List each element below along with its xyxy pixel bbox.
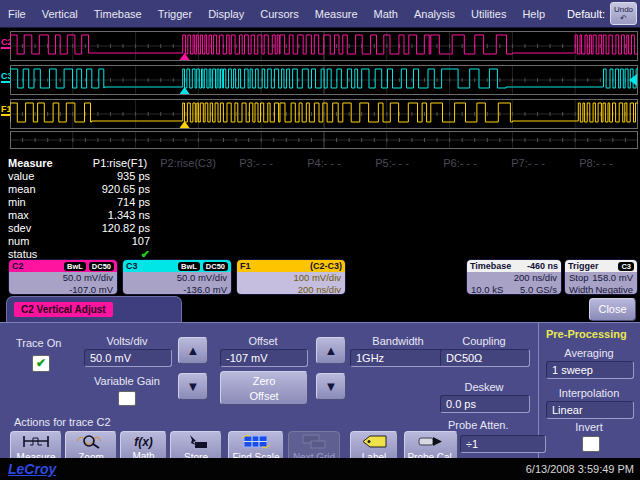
f1-id: F1 [240, 260, 251, 272]
default-label: Default: [567, 8, 605, 20]
row-label: mean [0, 183, 86, 195]
row-value: 935 ps [86, 170, 150, 182]
timebase-samples: 10.0 kS [471, 284, 503, 296]
timebase-label: Timebase [470, 260, 511, 272]
menu-measure[interactable]: Measure [315, 8, 358, 20]
preprocessing-title: Pre-Processing [546, 328, 627, 340]
voltsdiv-up-button[interactable]: ▲ [178, 337, 208, 364]
table-row: value 935 ps [0, 170, 200, 182]
tab-c2-vertical-adjust[interactable]: C2 Vertical Adjust [6, 296, 182, 322]
status-bar: LeCroy 6/13/2008 3:59:49 PM [0, 458, 640, 480]
bandwidth-field[interactable]: 1GHz [350, 349, 446, 367]
measure-col-p7[interactable]: P7:- - - [494, 157, 562, 169]
trace-on-checkbox[interactable]: ✔ [32, 355, 50, 372]
c3-offset: -136.0 mV [127, 284, 227, 296]
trigger-slope: Negative [596, 284, 634, 296]
coupling-label: Coupling [440, 335, 528, 347]
waveform-display-area: C2 C3 F1 [0, 28, 640, 152]
waveform-strip-c3[interactable] [10, 65, 638, 95]
lecroy-logo: LeCroy [8, 461, 56, 477]
probe-cal-icon [416, 434, 446, 449]
trigger-source-badge: C3 [618, 262, 634, 271]
measure-col-p3[interactable]: P3:- - - [222, 157, 290, 169]
menu-display[interactable]: Display [208, 8, 244, 20]
menu-utilities[interactable]: Utilities [471, 8, 506, 20]
f1-voltsdiv: 100 mV/div [241, 272, 341, 284]
descriptor-bar: C2 BwL DC50 50.0 mV/div -107.0 mV C3 BwL… [0, 258, 640, 296]
trigger-label: Trigger [568, 260, 599, 272]
trigger-mode: Stop [569, 272, 589, 284]
bwl-badge: BwL [64, 262, 86, 271]
descriptor-c3[interactable]: C3 BwL DC50 50.0 mV/div -136.0 mV [122, 259, 232, 295]
offset-down-button[interactable]: ▼ [316, 373, 346, 400]
measure-col-p4[interactable]: P4:- - - [290, 157, 358, 169]
deskew-field[interactable]: 0.0 ps [440, 395, 530, 413]
row-value: 107 [86, 235, 150, 247]
c2-vertical-adjust-dialog: C2 Vertical Adjust Close Trace On ✔ Volt… [0, 296, 640, 458]
menu-bar: File Vertical Timebase Trigger Display C… [0, 0, 640, 28]
measure-col-p5[interactable]: P5:- - - [358, 157, 426, 169]
timebase-body: 200 ns/div 10.0 kS 5.0 GS/s [467, 272, 561, 295]
table-row: mean 920.65 ps [0, 183, 200, 195]
tab-label: C2 Vertical Adjust [14, 302, 113, 317]
interpolation-field[interactable]: Linear [546, 401, 634, 419]
waveform-strip-f1[interactable] [10, 99, 638, 129]
probe-atten-field[interactable]: ÷1 [460, 435, 546, 453]
table-row: num 107 [0, 235, 200, 247]
next-grid-icon [299, 434, 329, 449]
offset-up-button[interactable]: ▲ [316, 337, 346, 364]
datetime: 6/13/2008 3:59:49 PM [526, 463, 634, 475]
find-scale-icon [241, 434, 271, 449]
measure-col-p1[interactable]: P1:rise(F1) [86, 157, 154, 169]
measure-icon [21, 434, 51, 449]
menu-vertical[interactable]: Vertical [42, 8, 78, 20]
trigger-body: Stop 158.0 mV Width Negative [565, 272, 637, 295]
menu-cursors[interactable]: Cursors [260, 8, 299, 20]
measure-col-p8[interactable]: P8:- - - [562, 157, 630, 169]
offset-field[interactable]: -107 mV [220, 349, 308, 367]
store-icon [181, 434, 211, 449]
waveform-strip-c2[interactable] [10, 31, 638, 61]
menu-math[interactable]: Math [374, 8, 398, 20]
voltsdiv-label: Volts/div [84, 335, 170, 347]
menu-trigger[interactable]: Trigger [158, 8, 192, 20]
trace-on-label: Trace On [16, 337, 61, 349]
undo-button[interactable]: Undo ↶ [610, 2, 637, 25]
measure-col-p2[interactable]: P2:rise(C3) [154, 157, 222, 169]
timebase-rate: 5.0 GS/s [520, 284, 557, 296]
descriptor-trigger[interactable]: Trigger C3 Stop 158.0 mV Width Negative [564, 259, 638, 295]
voltsdiv-field[interactable]: 50.0 mV [84, 349, 172, 367]
menu-analysis[interactable]: Analysis [414, 8, 455, 20]
timebase-offset: -460 ns [527, 260, 558, 272]
invert-checkbox[interactable] [582, 436, 600, 452]
interpolation-label: Interpolation [546, 387, 632, 399]
row-label: value [0, 170, 86, 182]
descriptor-f1[interactable]: F1 (C2-C3) 100 mV/div 200 ns/div [236, 259, 346, 295]
menu-file[interactable]: File [8, 8, 26, 20]
variable-gain-checkbox[interactable] [118, 391, 136, 406]
trigger-level: 158.0 mV [592, 272, 633, 284]
descriptor-c2[interactable]: C2 BwL DC50 50.0 mV/div -107.0 mV [8, 259, 118, 295]
dialog-body: Trace On ✔ Volts/div 50.0 mV ▲ ▼ Variabl… [0, 322, 640, 458]
waveform-strip-empty [10, 131, 638, 149]
descriptor-timebase[interactable]: Timebase -460 ns 200 ns/div 10.0 kS 5.0 … [466, 259, 562, 295]
timebase-header: Timebase -460 ns [467, 260, 561, 272]
c2-id: C2 [12, 260, 24, 272]
descriptor-c2-body: 50.0 mV/div -107.0 mV [9, 272, 117, 295]
descriptor-c3-body: 50.0 mV/div -136.0 mV [123, 272, 231, 295]
close-button[interactable]: Close [589, 298, 636, 321]
voltsdiv-down-button[interactable]: ▼ [178, 373, 208, 400]
dc50-badge: DC50 [89, 262, 114, 271]
coupling-field[interactable]: DC50Ω [440, 349, 530, 367]
trigger-type: Width [569, 284, 593, 296]
trigger-header: Trigger C3 [565, 260, 637, 272]
table-row: sdev 120.82 ps [0, 222, 200, 234]
measure-table: Measure P1:rise(F1) P2:rise(C3) P3:- - -… [0, 152, 640, 258]
menu-help[interactable]: Help [522, 8, 545, 20]
measure-col-p6[interactable]: P6:- - - [426, 157, 494, 169]
row-label: min [0, 196, 86, 208]
averaging-field[interactable]: 1 sweep [546, 361, 634, 379]
timebase-scale: 200 ns/div [471, 272, 557, 284]
zero-offset-button[interactable]: Zero Offset [220, 371, 308, 405]
menu-timebase[interactable]: Timebase [94, 8, 142, 20]
